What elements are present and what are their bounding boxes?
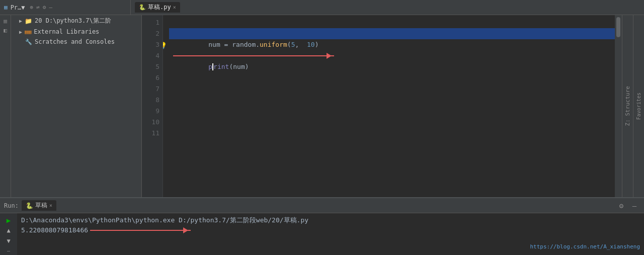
scrollbar-thumb[interactable] — [616, 17, 620, 37]
project-bar: ▦ Pr…▼ ⊕ ⇌ ⚙ — — [0, 0, 131, 15]
project-label[interactable]: Pr…▼ — [11, 4, 25, 11]
run-tab-name: 草稿 — [35, 201, 47, 210]
code-line-6 — [169, 72, 615, 83]
line-num-10: 10 — [142, 117, 159, 128]
z-structure-strip: Z: Structure — [622, 15, 633, 197]
run-tab[interactable]: 🐍 草稿 × — [22, 200, 56, 211]
run-controls: ▶ ▲ ▼ — — [0, 213, 17, 255]
line-num-3: 3 — [142, 39, 159, 50]
run-tab-icon: 🐍 — [26, 202, 33, 209]
code-line-11 — [169, 128, 615, 139]
run-arrow-indicator — [90, 230, 191, 231]
expand-arrow-icon: ▶ — [19, 18, 22, 24]
run-url[interactable]: https://blog.csdn.net/A_xiansheng — [530, 242, 640, 252]
line-numbers: 1 2 3 4 5 6 7 8 9 10 11 — [142, 15, 163, 197]
code-editor[interactable]: import random num = random.uniform(5, 10… — [163, 15, 615, 197]
sidebar-item-external-libs[interactable]: ▶ ▦▦ External Libraries — [11, 27, 141, 37]
settings-run-btn[interactable]: ⚙ — [616, 200, 627, 211]
project-icon: ▦ — [4, 4, 8, 11]
editor-wrapper: 1 2 3 4 5 6 7 8 9 10 11 import random — [142, 15, 622, 197]
nav-back-icon[interactable]: ⊕ — [30, 4, 34, 11]
minimize-icon[interactable]: — — [49, 4, 52, 11]
z-structure-label[interactable]: Z: Structure — [623, 82, 632, 130]
structure-icon[interactable]: ≡ — [3, 17, 7, 25]
stop-button[interactable]: — — [3, 247, 14, 255]
hierarchy-icon[interactable]: ◧ — [4, 27, 7, 34]
sidebar-item-project-20[interactable]: ▶ 📁 20 D:\python3.7\第二阶 — [11, 15, 141, 27]
code-line-3: 💡 print(num) — [169, 39, 615, 50]
run-output: D:\Anaconda3\envs\PythonPath\python.exe … — [17, 213, 644, 255]
code-line-4 — [169, 50, 615, 61]
file-tab[interactable]: 🐍 草稿.py × — [135, 2, 180, 13]
code-line-10 — [169, 117, 615, 128]
run-panel: Run: 🐍 草稿 × ⚙ — ▶ ▲ ▼ — D:\Anaconda3\env… — [0, 197, 644, 255]
code-line-1: import random — [169, 17, 615, 28]
sidebar-scratches-label: Scratches and Consoles — [35, 38, 115, 45]
code-line-8 — [169, 95, 615, 106]
editor-content: 1 2 3 4 5 6 7 8 9 10 11 import random — [142, 15, 622, 197]
code-arrow — [173, 55, 334, 56]
vertical-scrollbar[interactable] — [615, 15, 622, 197]
project-sidebar: ▶ 📁 20 D:\python3.7\第二阶 ▶ ▦▦ External Li… — [11, 15, 142, 197]
line-num-5: 5 — [142, 61, 159, 72]
sidebar-item-scratches[interactable]: 🔧 Scratches and Consoles — [11, 37, 141, 47]
run-panel-toolbar: ⚙ — — [616, 200, 640, 211]
header-row: ▦ Pr…▼ ⊕ ⇌ ⚙ — 🐍 草稿.py × — [0, 0, 644, 15]
line-num-1: 1 — [142, 17, 159, 28]
tab-close-btn[interactable]: × — [173, 5, 176, 10]
run-output-line-2: 5.220808079818466 — [21, 225, 640, 235]
run-panel-header: Run: 🐍 草稿 × ⚙ — — [0, 198, 644, 213]
sidebar-project-label: 20 D:\python3.7\第二阶 — [35, 17, 111, 25]
settings-icon[interactable]: ⚙ — [43, 4, 46, 11]
line-num-4: 4 — [142, 50, 159, 61]
code-line-9 — [169, 106, 615, 117]
sidebar-libs-label: External Libraries — [34, 28, 99, 35]
structure-strip: ≡ ◧ — [0, 15, 11, 197]
run-output-number: 5.220808079818466 — [21, 225, 88, 235]
line-num-6: 6 — [142, 72, 159, 83]
line-num-7: 7 — [142, 83, 159, 95]
tab-area: 🐍 草稿.py × — [131, 0, 644, 15]
line-num-2: 2 — [142, 28, 159, 39]
run-label: Run: — [4, 202, 19, 209]
minimize-run-btn[interactable]: — — [629, 200, 640, 211]
run-output-line-1: D:\Anaconda3\envs\PythonPath\python.exe … — [21, 215, 640, 225]
scroll-up-button[interactable]: ▲ — [3, 226, 14, 234]
play-button[interactable]: ▶ — [3, 216, 14, 224]
lightbulb-icon: 💡 — [163, 40, 167, 51]
favorites-label[interactable]: Favorites — [636, 93, 641, 120]
lib-icon: ▦▦ — [25, 29, 31, 35]
scroll-down-button[interactable]: ▼ — [3, 237, 14, 245]
expand-arrow-icon-libs: ▶ — [19, 29, 22, 35]
line-num-11: 11 — [142, 128, 159, 139]
main-area: ≡ ◧ ▶ 📁 20 D:\python3.7\第二阶 ▶ ▦▦ Externa… — [0, 15, 644, 197]
code-line-7 — [169, 83, 615, 95]
run-panel-body: ▶ ▲ ▼ — D:\Anaconda3\envs\PythonPath\pyt… — [0, 213, 644, 255]
code-line-5 — [169, 61, 615, 72]
line-num-9: 9 — [142, 106, 159, 117]
folder-icon: 📁 — [25, 18, 32, 25]
tab-filename: 草稿.py — [148, 3, 171, 12]
nav-forward-icon[interactable]: ⇌ — [36, 4, 40, 11]
run-tab-close-btn[interactable]: × — [49, 203, 52, 208]
line-num-8: 8 — [142, 95, 159, 106]
tab-file-icon: 🐍 — [139, 4, 146, 11]
code-line-2: num = random.uniform(5, 10) — [169, 28, 615, 39]
favorites-strip: Favorites — [633, 15, 644, 197]
scratches-icon: 🔧 — [25, 39, 32, 45]
